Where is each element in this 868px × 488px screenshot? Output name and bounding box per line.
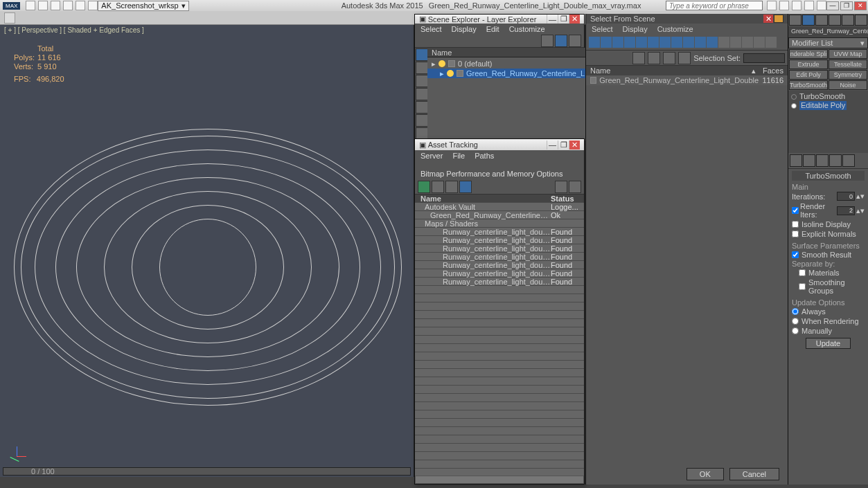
tree-view-icon[interactable] [432, 181, 444, 193]
modifier-button[interactable]: nderable Spli [789, 49, 828, 59]
signin-icon[interactable] [779, 1, 789, 10]
new-icon[interactable] [26, 1, 35, 10]
asset-row[interactable]: Runway_centerline_light_double_Glossines… [415, 244, 584, 253]
asset-row[interactable]: Green_Red_Runway_Centerline_Light_Double… [415, 211, 584, 219]
display-all-icon[interactable] [416, 48, 428, 61]
menu-display[interactable]: Display [623, 25, 648, 33]
bulb-icon[interactable] [439, 60, 445, 67]
modifier-button[interactable]: TurboSmooth [789, 80, 828, 90]
filter-icon[interactable] [765, 37, 777, 48]
ok-button[interactable]: OK [687, 468, 724, 480]
redo-icon[interactable] [76, 1, 85, 10]
close-button[interactable]: ✕ [854, 1, 867, 10]
explicit-checkbox-row[interactable]: Explicit Normals [792, 229, 865, 239]
pin-stack-icon[interactable] [790, 154, 802, 167]
search-icon[interactable] [767, 1, 777, 10]
filter-icon[interactable] [601, 37, 612, 48]
spinner-icon[interactable]: ▴▾ [856, 192, 865, 201]
sync-icon[interactable] [569, 35, 581, 47]
asset-row[interactable]: Runway_centerline_light_double_Fresnel.p… [415, 236, 584, 244]
select-from-scene-titlebar[interactable]: Select From Scene ✕ [586, 14, 788, 24]
asset-list-header[interactable]: Name Status [415, 195, 584, 203]
filter-icon[interactable] [589, 37, 600, 48]
motion-tab-icon[interactable] [829, 15, 841, 26]
isoline-checkbox-row[interactable]: Isoline Display [792, 219, 865, 229]
help-icon[interactable] [817, 1, 826, 10]
materials-checkbox[interactable] [799, 269, 806, 276]
menu-select[interactable]: Select [420, 25, 442, 33]
tool-icon[interactable] [632, 52, 645, 64]
stack-item-editable-poly[interactable]: Editable Poly [791, 101, 865, 110]
tool-icon[interactable] [648, 52, 660, 64]
filter-icon[interactable] [671, 37, 682, 48]
manually-row[interactable]: Manually [792, 326, 865, 336]
smoothing-groups-checkbox[interactable] [799, 283, 806, 290]
spinner-icon[interactable]: ▴▾ [856, 206, 865, 215]
menu-customize[interactable]: Customize [509, 25, 545, 33]
update-button[interactable]: Update [806, 338, 851, 349]
close-panel-button[interactable]: ✕ [569, 141, 580, 150]
filter-icon[interactable] [541, 35, 553, 47]
filter-icon[interactable] [707, 37, 718, 48]
modifier-button[interactable]: Extrude [789, 60, 828, 69]
menu-display[interactable]: Display [452, 25, 477, 33]
close-panel-button[interactable]: ✕ [569, 15, 580, 24]
always-row[interactable]: Always [792, 307, 865, 316]
menu-paths[interactable]: Paths [475, 152, 494, 160]
menu-file[interactable]: File [452, 152, 465, 160]
display-lights-icon[interactable] [416, 88, 428, 100]
modify-tab-icon[interactable] [802, 15, 815, 26]
expand-icon[interactable]: ▸ [432, 60, 436, 69]
asset-row[interactable]: Runway_centerline_light_double_Diffuse..… [415, 228, 584, 236]
stack-item-turbosmooth[interactable]: TurboSmooth [791, 92, 865, 101]
show-result-icon[interactable] [803, 154, 815, 167]
tool-icon[interactable] [678, 52, 691, 64]
select-list-header[interactable]: Name ▴ Faces [586, 66, 788, 75]
filter-icon[interactable] [683, 37, 694, 48]
asset-row[interactable]: Runway_centerline_light_double_Refractio… [415, 269, 584, 278]
isoline-checkbox[interactable] [792, 221, 799, 228]
object-name-field[interactable]: Green_Red_Runway_Centerl [788, 26, 868, 37]
refresh-icon[interactable] [418, 181, 430, 193]
pin-icon[interactable] [774, 15, 783, 23]
close-panel-button[interactable]: ✕ [763, 15, 773, 23]
filter-icon[interactable] [754, 37, 765, 48]
materials-row[interactable]: Materials [792, 268, 865, 278]
scene-explorer-titlebar[interactable]: ▣ Scene Explorer - Layer Explorer — ❐ ✕ [415, 15, 584, 24]
filter-icon[interactable] [695, 37, 706, 48]
maximize-panel-button[interactable]: ❐ [558, 15, 569, 24]
modifier-button[interactable]: UVW Map [829, 49, 867, 59]
smooth-result-row[interactable]: Smooth Result [792, 250, 865, 260]
asset-row[interactable]: Maps / Shaders [415, 219, 584, 228]
exchange-icon[interactable] [792, 1, 801, 10]
modifier-button[interactable]: Tessellate [829, 60, 867, 69]
hierarchy-tab-icon[interactable] [815, 15, 828, 26]
open-icon[interactable] [38, 1, 48, 10]
manually-radio[interactable] [792, 327, 799, 334]
viewport-label[interactable]: [ + ] [ Perspective ] [ Shaded + Edged F… [4, 26, 144, 34]
undo-icon[interactable] [63, 1, 73, 10]
table-view-icon[interactable] [445, 181, 458, 193]
viewport-perspective[interactable]: [ + ] [ Perspective ] [ Shaded + Edged F… [0, 25, 414, 477]
bulb-icon[interactable] [447, 70, 454, 77]
asset-row[interactable]: Runway_centerline_light_double_Green_R..… [415, 253, 584, 261]
filter-icon[interactable] [648, 37, 659, 48]
modifier-stack[interactable]: TurboSmooth Editable Poly [788, 91, 868, 153]
menu-edit[interactable]: Edit [486, 25, 499, 33]
expand-icon[interactable]: ▸ [440, 69, 444, 78]
make-unique-icon[interactable] [816, 154, 829, 167]
filter-icon[interactable] [636, 37, 647, 48]
maximize-panel-button[interactable]: ❐ [558, 141, 569, 150]
asset-row[interactable]: Runway_centerline_light_double_Specular.… [415, 278, 584, 286]
view-mode-icon[interactable] [555, 35, 567, 47]
display-cameras-icon[interactable] [416, 101, 428, 114]
modifier-list-dropdown[interactable]: Modifier List ▾ [788, 37, 868, 48]
restore-button[interactable]: ❐ [840, 1, 853, 10]
link-icon[interactable] [88, 1, 98, 10]
list-view-icon[interactable] [459, 181, 472, 193]
menu-bitmap[interactable]: Bitmap Performance and Memory Options [420, 170, 563, 178]
render-iters-checkbox[interactable] [792, 207, 799, 214]
display-shapes-icon[interactable] [416, 75, 428, 87]
radio-icon[interactable] [791, 94, 797, 100]
create-tab-icon[interactable] [789, 15, 801, 26]
